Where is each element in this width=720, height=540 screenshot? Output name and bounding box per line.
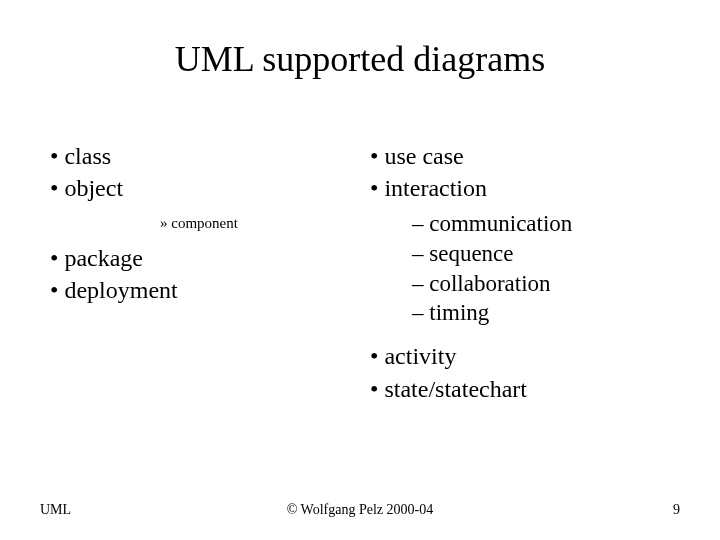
list-item: sequence (412, 239, 670, 269)
list-item: use case (370, 140, 670, 172)
list-item: communication (412, 209, 670, 239)
content-columns: class object component package deploymen… (50, 140, 670, 405)
slide: UML supported diagrams class object comp… (0, 0, 720, 540)
list-item: timing (412, 298, 670, 328)
list-item: package (50, 242, 350, 274)
list-item: state/statechart (370, 373, 670, 405)
left-sub-item: component (160, 215, 350, 232)
right-bottom-list: activity state/statechart (370, 340, 670, 405)
list-item: collaboration (412, 269, 670, 299)
list-item: activity (370, 340, 670, 372)
left-column: class object component package deploymen… (50, 140, 350, 405)
right-column: use case interaction communication seque… (350, 140, 670, 405)
left-bottom-list: package deployment (50, 242, 350, 307)
footer-center: © Wolfgang Pelz 2000-04 (0, 502, 720, 518)
left-top-list: class object (50, 140, 350, 205)
list-item: interaction (370, 172, 670, 204)
slide-title: UML supported diagrams (50, 38, 670, 80)
right-sub-list: communication sequence collaboration tim… (412, 209, 670, 329)
right-top-list: use case interaction (370, 140, 670, 205)
footer-page-number: 9 (673, 502, 680, 518)
list-item: class (50, 140, 350, 172)
list-item: deployment (50, 274, 350, 306)
list-item: object (50, 172, 350, 204)
